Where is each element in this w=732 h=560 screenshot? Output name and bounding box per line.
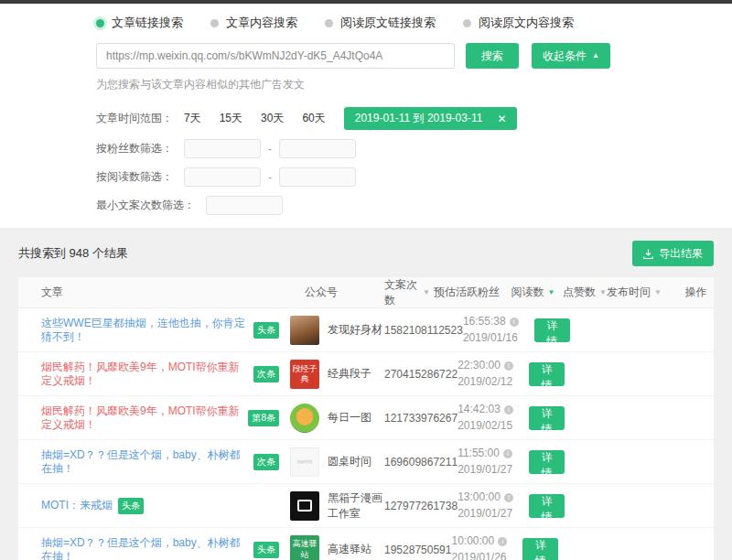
header-likes[interactable]: 点赞数 ▼: [563, 285, 607, 300]
account-name: 圆桌时间: [328, 454, 384, 468]
info-icon[interactable]: i: [503, 449, 512, 458]
info-icon[interactable]: i: [504, 405, 513, 415]
account-avatar: 段经子典: [290, 360, 319, 389]
active-fans-cell: 217339: [391, 412, 427, 425]
sort-desc-icon[interactable]: ▼: [423, 289, 430, 296]
detail-button[interactable]: 详情: [534, 318, 570, 342]
account-avatar: 高速驿站: [290, 535, 319, 560]
filter-panel: 文章时间范围： 7天 15天 30天 60天 2019-01-11 到 2019…: [96, 107, 732, 215]
likes-cell: 8: [451, 500, 458, 512]
account-name: 黑箱子漫画工作室: [328, 490, 384, 520]
fans-min-input[interactable]: [184, 139, 261, 158]
article-title-link[interactable]: 烟民解药！风靡欧美9年，MOTI帮你重新定义戒烟！: [41, 404, 242, 432]
info-icon[interactable]: i: [504, 361, 513, 371]
copy-count-cell: 2: [384, 368, 391, 381]
article-url-input[interactable]: [96, 43, 455, 69]
results-summary: 共搜索到 948 个结果: [18, 245, 128, 262]
radio-selected-icon: [96, 19, 104, 27]
active-fans-cell: 279772: [391, 500, 427, 512]
reads-min-input[interactable]: [184, 167, 261, 187]
reads-cell: 11252: [427, 324, 457, 337]
detail-button[interactable]: 详情: [522, 538, 558, 560]
date-range-tag: 2019-01-11 到 2019-03-11 ✕: [344, 107, 518, 130]
active-fans-cell: 704152: [391, 368, 427, 381]
fans-filter-label: 按粉丝数筛选：: [96, 141, 173, 156]
reads-cell: 5059: [421, 544, 446, 556]
publish-time-cell: 11:55:00i 2019/01/27: [458, 446, 529, 478]
header-account: 公众号: [279, 285, 384, 300]
sort-desc-icon[interactable]: ▼: [599, 289, 607, 296]
close-icon[interactable]: ✕: [497, 113, 506, 124]
account-avatar: [290, 404, 319, 433]
sort-desc-active-icon[interactable]: ▼: [548, 289, 555, 296]
header-article: 文章: [18, 285, 279, 300]
account-name: 高速驿站: [328, 542, 384, 556]
active-fans-cell: 696098: [391, 456, 427, 468]
position-badge: 第8条: [248, 410, 279, 426]
detail-button[interactable]: 详情: [529, 494, 565, 518]
search-panel: 文章链接搜索 文章内容搜索 阅读原文链接搜索 阅读原文内容搜索 搜索 收起条件 …: [0, 4, 732, 228]
publish-date: 2019/01/16: [463, 330, 534, 346]
radio-article-content-search[interactable]: 文章内容搜索: [210, 15, 297, 31]
fans-filter-row: 按粉丝数筛选： -: [96, 139, 732, 158]
article-title-link[interactable]: 抽烟=XD？？但是这个烟，baby、朴树都在抽！: [41, 448, 248, 476]
quick-range-60d[interactable]: 60天: [302, 111, 325, 126]
account-name: 每日一图: [328, 410, 384, 425]
detail-button[interactable]: 详情: [529, 406, 565, 430]
info-icon[interactable]: i: [510, 318, 519, 327]
info-icon[interactable]: i: [504, 493, 513, 502]
article-title-link[interactable]: 这些WWE巨星都抽烟，连他也抽，你肯定猜不到！: [41, 317, 248, 344]
range-separator: -: [268, 143, 272, 156]
table-row: 抽烟=XD？？但是这个烟，baby、朴树都在抽！ 头条 高速驿站 高速驿站 1 …: [18, 528, 714, 560]
article-title-link[interactable]: 抽烟=XD？？但是这个烟，baby、朴树都在抽！: [41, 536, 248, 560]
table-row: 这些WWE巨星都抽烟，连他也抽，你肯定猜不到！ 头条 发现好身材 1 58210…: [18, 308, 714, 352]
copy-count-cell: 1: [384, 412, 391, 425]
publish-date: 2019/01/27: [458, 506, 529, 522]
time-range-filter-row: 文章时间范围： 7天 15天 30天 60天 2019-01-11 到 2019…: [96, 107, 732, 130]
collapse-label: 收起条件: [543, 48, 587, 64]
radio-article-link-search[interactable]: 文章链接搜索: [96, 15, 183, 31]
publish-time-cell: 14:42:03i 2019/02/15: [458, 402, 529, 434]
radio-origin-content-search[interactable]: 阅读原文内容搜索: [463, 15, 574, 31]
radio-origin-link-search[interactable]: 阅读原文链接搜索: [325, 15, 436, 31]
detail-button[interactable]: 详情: [529, 450, 565, 474]
chevron-up-icon: ▲: [592, 52, 599, 59]
radio-unselected-icon: [210, 19, 219, 27]
reads-cell: 7626: [427, 412, 452, 425]
detail-button[interactable]: 详情: [529, 362, 565, 386]
likes-cell: 1: [451, 456, 458, 468]
reads-cell: 8672: [427, 368, 452, 381]
range-separator: -: [268, 171, 272, 184]
active-fans-cell: 95287: [391, 544, 421, 556]
quick-range-15d[interactable]: 15天: [220, 111, 242, 126]
header-copy-count[interactable]: 文案次数 ▼: [384, 277, 430, 308]
date-range-text: 2019-01-11 到 2019-03-11: [355, 111, 483, 126]
header-action: 操作: [678, 285, 714, 300]
min-count-label: 最小文案次数筛选：: [96, 198, 195, 213]
radio-label: 阅读原文内容搜索: [479, 15, 574, 31]
fans-max-input[interactable]: [279, 139, 356, 158]
collapse-conditions-button[interactable]: 收起条件 ▲: [532, 43, 610, 69]
radio-label: 阅读原文链接搜索: [340, 15, 436, 31]
table-row: MOTI：来戒烟 头条 黑箱子漫画工作室 1 279772 6173 8 13:…: [18, 484, 714, 528]
account-avatar: [290, 316, 319, 345]
account-name: 发现好身材: [328, 322, 384, 337]
sort-desc-icon[interactable]: ▼: [654, 289, 662, 296]
article-title-link[interactable]: MOTI：来戒烟: [41, 499, 113, 512]
search-button[interactable]: 搜索: [466, 43, 519, 69]
quick-range-30d[interactable]: 30天: [261, 111, 284, 126]
min-count-input[interactable]: [206, 196, 283, 215]
publish-date: 2019/01/26: [451, 550, 522, 560]
likes-cell: 3: [457, 324, 463, 337]
radio-label: 文章链接搜索: [112, 15, 183, 31]
quick-range-7d[interactable]: 7天: [184, 111, 201, 126]
radio-unselected-icon: [463, 19, 471, 27]
table-row: 烟民解药！风靡欧美9年，MOTI帮你重新定义戒烟！ 次条 段经子典 经典段子 2…: [18, 352, 714, 396]
min-count-filter-row: 最小文案次数筛选：: [96, 196, 732, 215]
header-reads[interactable]: 阅读数 ▼: [503, 285, 563, 300]
info-icon[interactable]: i: [498, 537, 507, 546]
header-publish-time[interactable]: 发布时间 ▼: [607, 285, 678, 300]
export-results-button[interactable]: 导出结果: [632, 241, 714, 266]
reads-max-input[interactable]: [279, 167, 356, 187]
article-title-link[interactable]: 烟民解药！风靡欧美9年，MOTI帮你重新定义戒烟！: [41, 361, 248, 388]
